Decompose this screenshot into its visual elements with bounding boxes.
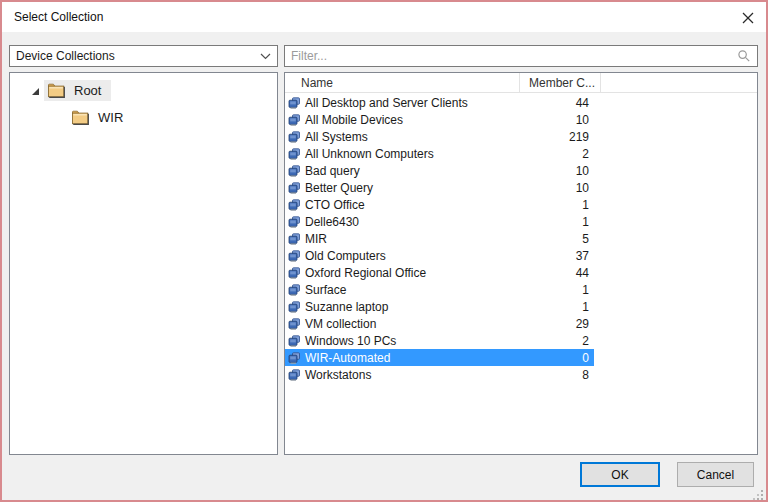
list-row[interactable]: Delle64301	[285, 213, 594, 230]
collection-name-cell: VM collection	[285, 317, 519, 331]
member-count: 0	[519, 351, 594, 365]
collections-tree: RootWIR	[9, 72, 278, 455]
collection-type-value: Device Collections	[16, 49, 115, 63]
list-row[interactable]: All Mobile Devices10	[285, 111, 594, 128]
list-row[interactable]: Oxford Regional Office44	[285, 264, 594, 281]
device-collection-icon	[288, 97, 301, 109]
member-count: 10	[519, 113, 594, 127]
collection-name: Delle6430	[305, 215, 359, 229]
list-row[interactable]: Better Query10	[285, 179, 594, 196]
collection-name: Workstatons	[305, 368, 371, 382]
collection-name-cell: WIR-Automated	[285, 351, 519, 365]
collection-name: All Systems	[305, 130, 368, 144]
device-collection-icon	[288, 352, 301, 364]
cancel-button[interactable]: Cancel	[677, 462, 754, 487]
list-row[interactable]: Old Computers37	[285, 247, 594, 264]
list-rows: All Desktop and Server Clients44All Mobi…	[285, 94, 757, 454]
collection-name: All Mobile Devices	[305, 113, 403, 127]
device-collection-icon	[288, 369, 301, 381]
collection-name: Old Computers	[305, 249, 386, 263]
collection-name: Suzanne laptop	[305, 300, 388, 314]
member-count: 37	[519, 249, 594, 263]
tree-item-label: WIR	[98, 110, 123, 125]
tree-item-selection: Root	[44, 80, 111, 101]
collection-name-cell: Windows 10 PCs	[285, 334, 519, 348]
list-row[interactable]: WIR-Automated0	[285, 349, 594, 366]
device-collection-icon	[288, 182, 301, 194]
collection-name: Bad query	[305, 164, 360, 178]
member-count: 5	[519, 232, 594, 246]
list-row[interactable]: Bad query10	[285, 162, 594, 179]
list-row[interactable]: All Unknown Computers2	[285, 145, 594, 162]
search-icon	[737, 49, 751, 63]
tree-indent	[44, 117, 68, 118]
collection-name-cell: Surface	[285, 283, 519, 297]
tree-item[interactable]: WIR	[10, 104, 277, 131]
member-count: 8	[519, 368, 594, 382]
member-count: 1	[519, 300, 594, 314]
collection-name: Oxford Regional Office	[305, 266, 426, 280]
member-count: 44	[519, 266, 594, 280]
collection-name-cell: Better Query	[285, 181, 519, 195]
member-count: 10	[519, 164, 594, 178]
device-collection-icon	[288, 216, 301, 228]
column-header-member-count[interactable]: Member C...	[519, 73, 601, 92]
folder-icon	[47, 83, 66, 98]
list-row[interactable]: All Desktop and Server Clients44	[285, 94, 594, 111]
list-row[interactable]: All Systems219	[285, 128, 594, 145]
member-count: 1	[519, 198, 594, 212]
list-row[interactable]: MIR5	[285, 230, 594, 247]
device-collection-icon	[288, 284, 301, 296]
device-collection-icon	[288, 114, 301, 126]
member-count: 219	[519, 130, 594, 144]
filter-box	[284, 45, 758, 67]
list-header: Name Member C...	[285, 73, 757, 93]
list-row[interactable]: Windows 10 PCs2	[285, 332, 594, 349]
ok-button[interactable]: OK	[580, 462, 660, 487]
dialog-title: Select Collection	[14, 10, 103, 24]
device-collection-icon	[288, 335, 301, 347]
list-row[interactable]: Workstatons8	[285, 366, 594, 383]
collection-name-cell: Oxford Regional Office	[285, 266, 519, 280]
expanded-caret-icon[interactable]	[26, 86, 44, 96]
member-count: 2	[519, 147, 594, 161]
collection-name: Surface	[305, 283, 346, 297]
filter-input[interactable]	[285, 49, 737, 63]
collection-name: All Unknown Computers	[305, 147, 434, 161]
collection-type-dropdown[interactable]: Device Collections	[9, 45, 278, 67]
member-count: 29	[519, 317, 594, 331]
collection-name: WIR-Automated	[305, 351, 390, 365]
collection-name: VM collection	[305, 317, 376, 331]
collection-name: MIR	[305, 232, 327, 246]
folder-icon	[71, 110, 90, 125]
tree-item-selection: WIR	[68, 107, 133, 128]
list-row[interactable]: VM collection29	[285, 315, 594, 332]
member-count: 44	[519, 96, 594, 110]
device-collection-icon	[288, 131, 301, 143]
list-row[interactable]: Surface1	[285, 281, 594, 298]
member-count: 2	[519, 334, 594, 348]
device-collection-icon	[288, 301, 301, 313]
collection-name-cell: Delle6430	[285, 215, 519, 229]
collections-list: Name Member C... All Desktop and Server …	[284, 72, 758, 455]
close-button[interactable]	[739, 9, 757, 27]
title-bar: Select Collection	[2, 2, 766, 32]
collection-name-cell: Workstatons	[285, 368, 519, 382]
tree-item[interactable]: Root	[10, 77, 277, 104]
member-count: 1	[519, 215, 594, 229]
device-collection-icon	[288, 318, 301, 330]
device-collection-icon	[288, 148, 301, 160]
list-row[interactable]: CTO Office1	[285, 196, 594, 213]
collection-name: All Desktop and Server Clients	[305, 96, 468, 110]
collection-name-cell: All Systems	[285, 130, 519, 144]
collection-name-cell: All Desktop and Server Clients	[285, 96, 519, 110]
chevron-down-icon	[260, 49, 271, 63]
collection-name: CTO Office	[305, 198, 365, 212]
tree-indent	[26, 117, 44, 118]
resize-grip[interactable]	[753, 487, 764, 498]
device-collection-icon	[288, 267, 301, 279]
list-row[interactable]: Suzanne laptop1	[285, 298, 594, 315]
collection-name-cell: All Mobile Devices	[285, 113, 519, 127]
column-header-name[interactable]: Name	[285, 76, 519, 90]
tree-item-label: Root	[74, 83, 101, 98]
